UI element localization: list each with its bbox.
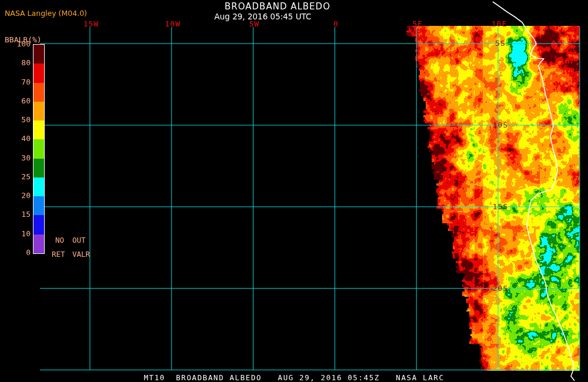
legend-band-0 bbox=[34, 45, 44, 63]
legend-tick-15: 15 bbox=[8, 210, 31, 219]
lat-label-20S: 20S bbox=[487, 284, 514, 293]
legend-flag-no: NO bbox=[55, 236, 64, 244]
status-bar-text: MT10 BROADBAND ALBEDO AUG 29, 2016 05:45… bbox=[0, 373, 588, 382]
legend-band-4 bbox=[34, 120, 44, 139]
legend-tick-50: 50 bbox=[8, 115, 31, 124]
legend-band-8 bbox=[34, 196, 44, 215]
legend-flag-out: OUT bbox=[72, 236, 86, 244]
albedo-viewer-window: NASA Langley (M04.0) BROADBAND ALBEDO Au… bbox=[0, 0, 588, 382]
legend-tick-70: 70 bbox=[8, 78, 31, 86]
legend-band-2 bbox=[34, 83, 44, 102]
page-title: BROADBAND ALBEDO bbox=[160, 1, 395, 12]
albedo-map-image bbox=[0, 0, 588, 382]
legend-tick-0: 0 bbox=[8, 248, 31, 257]
lon-label-5W: 5W bbox=[242, 19, 268, 28]
lat-label-10S: 10S bbox=[487, 120, 514, 129]
legend-tick-30: 30 bbox=[8, 153, 31, 162]
legend-band-10 bbox=[34, 234, 44, 253]
legend-band-5 bbox=[34, 139, 44, 158]
legend-band-1 bbox=[34, 63, 44, 82]
legend-band-9 bbox=[34, 215, 44, 234]
lon-label-0: 0 bbox=[323, 19, 349, 28]
legend-band-6 bbox=[34, 159, 44, 177]
legend-flag-ret: RET bbox=[52, 250, 65, 259]
legend-band-7 bbox=[34, 177, 44, 196]
app-version-label: NASA Langley (M04.0) bbox=[5, 9, 87, 18]
legend-tick-25: 25 bbox=[8, 172, 31, 181]
legend-tick-80: 80 bbox=[8, 58, 31, 67]
lon-label-15W: 15W bbox=[78, 19, 104, 28]
legend-tick-100: 100 bbox=[8, 39, 31, 48]
lon-label-10W: 10W bbox=[160, 19, 186, 28]
lon-label-5E: 5E bbox=[405, 19, 430, 28]
legend-flag-valr: VALR bbox=[72, 250, 90, 259]
legend-tick-60: 60 bbox=[8, 96, 31, 105]
legend-band-3 bbox=[34, 102, 44, 120]
lat-label-5S: 5S bbox=[487, 39, 514, 48]
legend-tick-40: 40 bbox=[8, 134, 31, 143]
legend-colorbar bbox=[33, 44, 45, 254]
legend-tick-10: 10 bbox=[8, 229, 31, 238]
lat-label-15S: 15S bbox=[487, 202, 514, 211]
lon-label-10E: 10E bbox=[486, 19, 512, 28]
legend-tick-20: 20 bbox=[8, 191, 31, 200]
